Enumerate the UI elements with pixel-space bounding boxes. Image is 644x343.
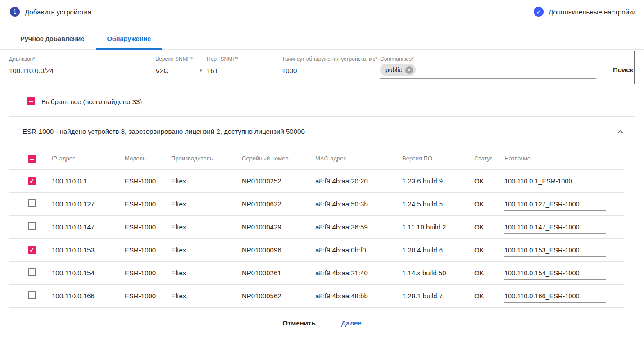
cancel-button[interactable]: Отменить	[277, 316, 321, 329]
cell-vendor: Eltex	[171, 215, 242, 238]
cell-ip-address: 100.110.0.1	[52, 169, 125, 192]
cell-firmware-version: 1.14.x build 50	[402, 261, 474, 284]
row-checkbox[interactable]	[28, 268, 36, 276]
stepper: 1 Добавить устройства ✓ Дополнительные н…	[0, 0, 644, 20]
cell-serial-number: NP01000096	[242, 238, 315, 261]
row-checkbox[interactable]	[28, 222, 36, 230]
cell-vendor: Eltex	[171, 261, 242, 284]
collapse-chevron-icon[interactable]	[617, 130, 623, 136]
table-header-row: IP-адрес Модель Производитель Серийный н…	[9, 148, 624, 169]
search-button[interactable]: Поиск	[613, 66, 633, 73]
discovery-form: Диапазон* Версия SNMP* V2C ▾ Порт SNMP* …	[0, 50, 644, 79]
group-select-checkbox[interactable]	[28, 155, 36, 163]
col-header-fw: Версия ПО	[402, 148, 474, 169]
cell-serial-number: NP01000261	[242, 261, 315, 284]
cell-status: OK	[474, 284, 504, 307]
communities-label: Communities*	[380, 56, 596, 63]
cell-serial-number: NP01000622	[242, 192, 315, 215]
step-2-label: Дополнительные настройки	[549, 8, 636, 16]
cell-serial-number: NP01000562	[242, 284, 315, 307]
device-table-row: 100.110.0.153 ESR-1000 Eltex NP01000096 …	[9, 238, 624, 261]
snmp-port-input[interactable]	[207, 63, 275, 79]
device-table-body: 100.110.0.1 ESR-1000 Eltex NP01000252 a8…	[9, 169, 624, 307]
timeout-field: Тайм-аут обнаружения устройств, мс*	[282, 56, 376, 79]
cell-vendor: Eltex	[171, 192, 242, 215]
device-name-input[interactable]	[504, 223, 606, 234]
snmp-version-field: Версия SNMP* V2C ▾	[155, 56, 203, 79]
device-table-row: 100.110.0.1 ESR-1000 Eltex NP01000252 a8…	[9, 169, 624, 192]
cell-firmware-version: 1.20.4 build 6	[402, 238, 474, 261]
cell-status: OK	[474, 215, 504, 238]
cell-ip-address: 100.110.0.147	[52, 215, 125, 238]
device-table-row: 100.110.0.154 ESR-1000 Eltex NP01000261 …	[9, 261, 624, 284]
cell-model: ESR-1000	[125, 215, 171, 238]
col-header-ip: IP-адрес	[52, 148, 125, 169]
timeout-input[interactable]	[282, 63, 376, 79]
cell-serial-number: NP01000429	[242, 215, 315, 238]
device-name-input[interactable]	[504, 200, 606, 211]
cell-ip-address: 100.110.0.153	[52, 238, 125, 261]
device-table: IP-адрес Модель Производитель Серийный н…	[9, 148, 624, 308]
timeout-label: Тайм-аут обнаружения устройств, мс*	[282, 56, 376, 63]
cell-vendor: Eltex	[171, 238, 242, 261]
dropdown-arrow-icon: ▾	[200, 68, 202, 73]
check-icon: ✓	[534, 7, 544, 17]
cell-ip-address: 100.110.0.127	[52, 192, 125, 215]
row-checkbox[interactable]	[28, 199, 36, 207]
cell-mac-address: a8:f9:4b:aa:20:20	[315, 169, 402, 192]
device-name-input[interactable]	[504, 246, 606, 257]
cell-serial-number: NP01000252	[242, 169, 315, 192]
cell-status: OK	[474, 261, 504, 284]
device-table-row: 100.110.0.127 ESR-1000 Eltex NP01000622 …	[9, 192, 624, 215]
step-1-label: Добавить устройства	[25, 8, 91, 16]
device-table-row: 100.110.0.166 ESR-1000 Eltex NP01000562 …	[9, 284, 624, 307]
range-label: Диапазон*	[9, 56, 149, 63]
snmp-version-value: V2C	[155, 67, 168, 74]
stepper-step-additional-settings[interactable]: ✓ Дополнительные настройки	[534, 7, 636, 17]
col-header-status: Статус	[474, 148, 504, 169]
cell-mac-address: a8:f9:4b:aa:48:bb	[315, 284, 402, 307]
cell-vendor: Eltex	[171, 169, 242, 192]
chip-remove-icon[interactable]: ✕	[405, 66, 413, 74]
scrollbar-thumb[interactable]	[634, 51, 635, 84]
device-name-input[interactable]	[504, 177, 606, 188]
device-name-input[interactable]	[504, 269, 606, 280]
cell-model: ESR-1000	[125, 238, 171, 261]
row-checkbox[interactable]	[28, 246, 36, 254]
device-group-title: ESR-1000 - найдено устройств 8, зарезерв…	[23, 128, 305, 135]
cell-firmware-version: 1.24.5 build 5	[402, 192, 474, 215]
range-input[interactable]	[9, 63, 149, 79]
device-name-input[interactable]	[504, 292, 606, 303]
cell-ip-address: 100.110.0.154	[52, 261, 125, 284]
cell-firmware-version: 1.28.1 build 7	[402, 284, 474, 307]
add-devices-wizard: 1 Добавить устройства ✓ Дополнительные н…	[0, 0, 644, 337]
stepper-step-add-devices[interactable]: 1 Добавить устройства	[10, 7, 91, 17]
wizard-footer: Отменить Далее	[0, 308, 644, 337]
col-header-serial: Серийный номер	[242, 148, 315, 169]
select-all-checkbox[interactable]	[27, 97, 35, 105]
cell-model: ESR-1000	[125, 261, 171, 284]
snmp-port-label: Порт SNMP*	[207, 56, 275, 63]
device-group-header[interactable]: ESR-1000 - найдено устройств 8, зарезерв…	[9, 117, 635, 142]
communities-input[interactable]: public ✕	[380, 63, 596, 79]
next-button[interactable]: Далее	[336, 316, 367, 329]
cell-firmware-version: 1.23.6 build 9	[402, 169, 474, 192]
col-header-name: Название	[504, 148, 624, 169]
row-checkbox[interactable]	[28, 291, 36, 299]
tab-manual-add[interactable]: Ручное добавление	[9, 28, 96, 49]
cell-status: OK	[474, 238, 504, 261]
cell-mac-address: a8:f9:4b:aa:36:59	[315, 215, 402, 238]
snmp-version-select[interactable]: V2C ▾	[155, 63, 203, 79]
row-checkbox[interactable]	[28, 177, 36, 185]
cell-status: OK	[474, 192, 504, 215]
tab-discovery[interactable]: Обнаружение	[96, 28, 163, 49]
cell-firmware-version: 1.11.10 build 2	[402, 215, 474, 238]
device-table-row: 100.110.0.147 ESR-1000 Eltex NP01000429 …	[9, 215, 624, 238]
communities-field: Communities* public ✕	[380, 56, 596, 79]
tab-bar: Ручное добавление Обнаружение	[0, 28, 644, 50]
col-header-vendor: Производитель	[171, 148, 242, 169]
snmp-version-label: Версия SNMP*	[155, 56, 203, 63]
step-number-badge: 1	[10, 7, 20, 17]
community-chip[interactable]: public ✕	[380, 64, 416, 76]
community-chip-label: public	[385, 66, 402, 73]
